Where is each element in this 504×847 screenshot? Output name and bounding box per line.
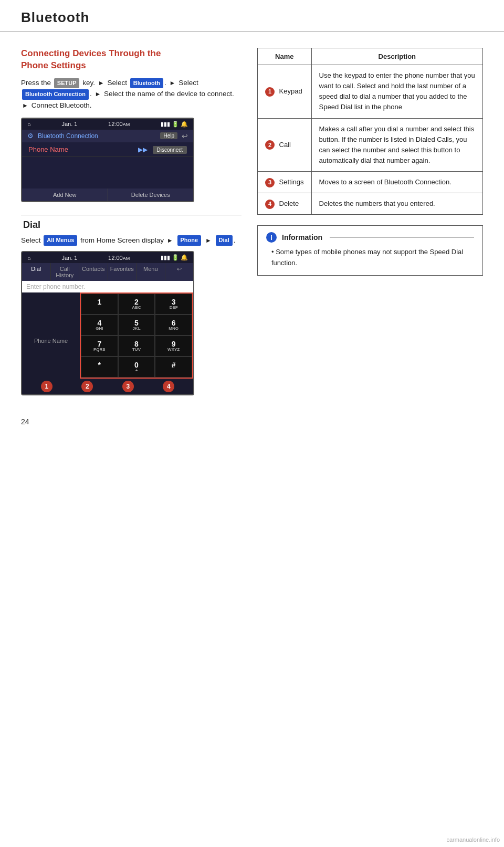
dial-keypad: 12ABC3DEF4GHI5JKL6MNO7PQRS8TUV9WXYZ*0+# (80, 292, 193, 379)
dial-section: Dial Select All Menus from Home Screen d… (21, 215, 242, 396)
screen-mockup-2: ⌂ Jan. 1 12:00AM ▮▮▮ 🔋 🔔 Dial Call Histo… (21, 251, 194, 395)
screen-phone-name: Phone Name (28, 145, 68, 153)
row-num-circle: 3 (265, 178, 275, 187)
information-box: i Information Some types of mobile phone… (257, 225, 483, 276)
keypad-key[interactable]: 2ABC (118, 294, 155, 315)
dial-input-placeholder: Enter phone number. (26, 283, 189, 290)
screen-back-btn: ↩ (182, 132, 188, 140)
dial-input-row: Enter phone number. (22, 281, 193, 292)
table-cell-desc: Moves to a screen of Bluetooth Connectio… (311, 172, 482, 193)
screen-disconnect-btn: Disconnect (153, 146, 187, 154)
screen-bt-icon: ▶▶ (138, 146, 148, 153)
dial-tab-menu[interactable]: Menu (136, 263, 165, 281)
keypad-key[interactable]: 0+ (118, 357, 155, 378)
screen-nav-1: ⚙ Bluetooth Connection Help ↩ (22, 130, 193, 142)
page-header: Bluetooth (0, 0, 504, 32)
screen-bottom-btns-1: Add New Delete Devices (22, 189, 193, 201)
keypad-key[interactable]: 4GHI (81, 315, 118, 336)
dial-badge: Dial (216, 235, 233, 246)
screen-icons-1: ▮▮▮ 🔋 🔔 (161, 121, 188, 128)
badge-2: 2 (81, 381, 93, 392)
table-cell-name: 3 Settings (258, 172, 312, 193)
connecting-title: Connecting Devices Through the Phone Set… (21, 48, 242, 72)
page-number: 24 (21, 417, 483, 426)
arrow6: ► (205, 236, 212, 246)
keypad-key[interactable]: 9WXYZ (155, 336, 192, 357)
table-row: 3 Settings Moves to a screen of Bluetoot… (258, 172, 483, 193)
table-cell-name: 4 Delete (258, 193, 312, 215)
keypad-key[interactable]: 5JKL (118, 315, 155, 336)
screen-list-item-1: Phone Name ▶▶ Disconnect (22, 142, 193, 157)
bluetooth-badge: Bluetooth (130, 78, 163, 89)
arrow3: ► (94, 89, 101, 99)
arrow4: ► (22, 101, 28, 111)
table-cell-desc: Makes a call after you dial a number and… (311, 118, 482, 172)
info-icon: i (266, 232, 277, 243)
right-column: Name Description 1 Keypad Use the keypad… (257, 48, 483, 402)
dial-num-badges: 1 2 3 4 (22, 379, 193, 394)
keypad-key[interactable]: 8TUV (118, 336, 155, 357)
row-num-circle: 1 (265, 87, 275, 97)
page-content: Connecting Devices Through the Phone Set… (0, 32, 504, 417)
dial-left-panel: Phone Name (22, 292, 80, 379)
dial-tab-back[interactable]: ↩ (165, 263, 194, 281)
row-num-circle: 4 (265, 200, 275, 209)
screen-delete-devices-btn[interactable]: Delete Devices (108, 189, 194, 201)
table-row: 4 Delete Deletes the numbers that you en… (258, 193, 483, 215)
table-cell-desc: Deletes the numbers that you entered. (311, 193, 482, 215)
keypad-key[interactable]: # (155, 357, 192, 378)
badge-4: 4 (163, 381, 174, 392)
screen-settings-icon: ⚙ (27, 132, 34, 140)
keypad-key[interactable]: 7PQRS (81, 336, 118, 357)
connecting-body: Press the SETUP key. ► Select Bluetooth.… (21, 77, 242, 111)
arrow2: ► (170, 78, 176, 88)
dial-tab-history[interactable]: Call History (51, 263, 80, 281)
phone-badge: Phone (177, 235, 202, 246)
dial-phone-name: Phone Name (26, 338, 76, 344)
screen-home-icon: ⌂ (27, 121, 31, 127)
screen-help-btn: Help (160, 132, 177, 139)
table-col-desc: Description (311, 48, 482, 65)
dial-body-area: Phone Name 12ABC3DEF4GHI5JKL6MNO7PQRS8TU… (22, 292, 193, 379)
setup-key-badge: SETUP (54, 78, 80, 89)
table-cell-desc: Use the keypad to enter the phone number… (311, 65, 482, 119)
dial-tabs: Dial Call History Contacts Favorites Men… (22, 263, 193, 281)
info-list-item: Some types of mobile phones may not supp… (271, 247, 474, 269)
screen-date-2: Jan. 1 (61, 255, 77, 261)
connecting-section: Connecting Devices Through the Phone Set… (21, 48, 242, 202)
screen-icons-2: ▮▮▮ 🔋 🔔 (161, 254, 188, 261)
screen-home-icon-2: ⌂ (27, 255, 31, 261)
page-title: Bluetooth (21, 9, 89, 25)
arrow1: ► (98, 78, 104, 88)
table-cell-name: 2 Call (258, 118, 312, 172)
keypad-key[interactable]: 6MNO (155, 315, 192, 336)
dial-tab-dial[interactable]: Dial (22, 263, 51, 281)
screen-date-1: Jan. 1 (61, 121, 77, 127)
dial-section-title: Dial (21, 219, 242, 231)
all-menus-badge: All Menus (44, 235, 77, 246)
screen-nav-title-1: Bluetooth Connection (38, 132, 156, 140)
left-column: Connecting Devices Through the Phone Set… (21, 48, 242, 402)
table-cell-name: 1 Keypad (258, 65, 312, 119)
row-num-circle: 2 (265, 140, 275, 150)
screen-add-new-btn[interactable]: Add New (22, 189, 108, 201)
screen-topbar-2: ⌂ Jan. 1 12:00AM ▮▮▮ 🔋 🔔 (22, 252, 193, 263)
badge-3: 3 (122, 381, 134, 392)
screen-time-2: 12:00AM (108, 255, 130, 261)
keypad-key[interactable]: 3DEF (155, 294, 192, 315)
dial-tab-contacts[interactable]: Contacts (79, 263, 108, 281)
screen-topbar-1: ⌂ Jan. 1 12:00AM ▮▮▮ 🔋 🔔 (22, 119, 193, 130)
keypad-key[interactable]: * (81, 357, 118, 378)
keypad-key[interactable]: 1 (81, 294, 118, 315)
dial-tab-favorites[interactable]: Favorites (108, 263, 137, 281)
dial-body: Select All Menus from Home Screen displa… (21, 235, 242, 246)
table-row: 1 Keypad Use the keypad to enter the pho… (258, 65, 483, 119)
watermark: carmanualonline.info (446, 836, 500, 843)
info-box-title: i Information (266, 232, 474, 243)
screen-empty-1 (22, 157, 193, 189)
table-col-name: Name (258, 48, 312, 65)
arrow5: ► (167, 236, 173, 246)
screen-mockup-1: ⌂ Jan. 1 12:00AM ▮▮▮ 🔋 🔔 ⚙ Bluetooth Con… (21, 118, 194, 202)
bt-conn-badge: Bluetooth Connection (22, 89, 89, 100)
info-table: Name Description 1 Keypad Use the keypad… (257, 48, 483, 215)
